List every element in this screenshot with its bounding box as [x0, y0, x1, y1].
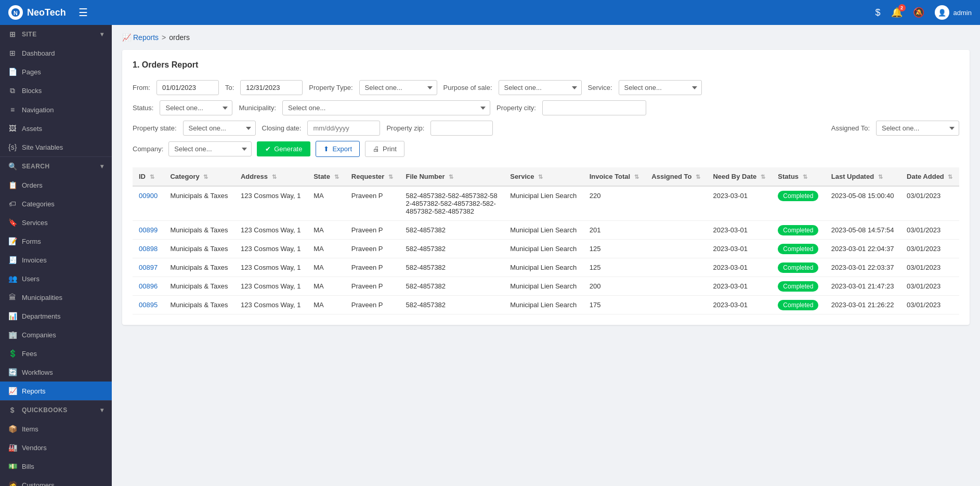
sidebar-item-companies[interactable]: 🏢 Companies	[0, 325, 112, 344]
order-link[interactable]: 00900	[139, 192, 158, 200]
property-state-select[interactable]: Select one...	[183, 121, 256, 136]
from-label: From:	[133, 84, 150, 91]
sidebar-quickbooks-header[interactable]: $ Quickbooks ▾	[0, 401, 112, 419]
sidebar-item-municipalities[interactable]: 🏛 Municipalities	[0, 288, 112, 307]
cell-date-added: 03/01/2023	[900, 296, 959, 314]
sidebar-bills-label: Bills	[22, 463, 103, 470]
cell-state: MA	[307, 296, 345, 314]
fees-icon: 💲	[8, 349, 17, 358]
to-date-input[interactable]	[240, 80, 303, 95]
export-button[interactable]: ⬆ Export	[316, 141, 360, 157]
cell-requester: Praveen P	[345, 258, 400, 277]
col-requester[interactable]: Requester ⇅	[345, 167, 400, 186]
col-need-by-date[interactable]: Need By Date ⇅	[707, 167, 772, 186]
orders-icon: 📋	[8, 181, 17, 189]
col-invoice-total[interactable]: Invoice Total ⇅	[583, 167, 646, 186]
print-button[interactable]: 🖨 Print	[365, 141, 404, 157]
sidebar-item-departments[interactable]: 📊 Departments	[0, 307, 112, 325]
col-date-added[interactable]: Date Added ⇅	[900, 167, 959, 186]
order-link[interactable]: 00898	[139, 245, 158, 253]
cell-category: Municipals & Taxes	[164, 277, 234, 296]
user-label: admin	[953, 9, 972, 17]
col-status-sort-icon: ⇅	[803, 174, 807, 180]
navigation-icon: ≡	[8, 106, 17, 114]
assigned-to-select[interactable]: Select one...	[876, 121, 959, 136]
col-file-number[interactable]: File Number ⇅	[399, 167, 504, 186]
from-date-input[interactable]	[156, 80, 219, 95]
sidebar-item-dashboard[interactable]: ⊞ Dashboard	[0, 44, 112, 62]
col-id[interactable]: ID ⇅	[133, 167, 164, 186]
sidebar-item-navigation[interactable]: ≡ Navigation	[0, 100, 112, 119]
sidebar-item-reports[interactable]: 📈 Reports	[0, 382, 112, 400]
col-last-updated[interactable]: Last Updated ⇅	[825, 167, 900, 186]
user-menu[interactable]: 👤 admin	[935, 5, 972, 20]
cell-category: Municipals & Taxes	[164, 258, 234, 277]
bills-icon: 💵	[8, 462, 17, 470]
sidebar-vendors-label: Vendors	[22, 444, 103, 452]
sidebar-item-bills[interactable]: 💵 Bills	[0, 457, 112, 476]
sidebar-assets-label: Assets	[22, 125, 103, 133]
filter-row-3: Property state: Select one... Closing da…	[133, 121, 959, 136]
sidebar-item-services[interactable]: 🔖 Services	[0, 213, 112, 232]
sidebar-item-pages[interactable]: 📄 Pages	[0, 62, 112, 81]
sidebar-item-invoices[interactable]: 🧾 Invoices	[0, 251, 112, 269]
col-state[interactable]: State ⇅	[307, 167, 345, 186]
notification-bell-icon[interactable]: 🔔 2	[891, 7, 903, 18]
col-address[interactable]: Address ⇅	[234, 167, 307, 186]
municipality-label: Municipality:	[239, 104, 276, 112]
service-label: Service:	[588, 84, 612, 91]
cell-service: Municipal Lien Search	[504, 258, 583, 277]
municipality-select[interactable]: Select one...	[282, 100, 490, 115]
cell-invoice-total: 175	[583, 296, 646, 314]
order-link[interactable]: 00895	[139, 301, 158, 309]
col-service[interactable]: Service ⇅	[504, 167, 583, 186]
sidebar-item-items[interactable]: 📦 Items	[0, 419, 112, 438]
col-service-sort-icon: ⇅	[538, 174, 543, 180]
alert-icon[interactable]: 🔕	[913, 7, 924, 18]
sidebar-item-site-variables[interactable]: {s} Site Variables	[0, 138, 112, 156]
cell-state: MA	[307, 277, 345, 296]
generate-button[interactable]: ✔ Generate	[257, 141, 310, 156]
cell-last-updated: 2023-03-01 22:03:37	[825, 258, 900, 277]
sidebar-item-assets[interactable]: 🖼 Assets	[0, 119, 112, 138]
site-icon: ⊞	[8, 30, 17, 38]
closing-date-input[interactable]	[307, 121, 380, 136]
service-select[interactable]: Select one...	[619, 80, 702, 95]
cell-category: Municipals & Taxes	[164, 296, 234, 314]
sidebar-fees-label: Fees	[22, 350, 103, 358]
hamburger-icon[interactable]: ☰	[79, 6, 88, 19]
sidebar-forms-label: Forms	[22, 238, 103, 245]
sidebar-item-fees[interactable]: 💲 Fees	[0, 344, 112, 363]
order-link[interactable]: 00899	[139, 226, 158, 234]
sidebar-item-workflows[interactable]: 🔄 Workflows	[0, 363, 112, 382]
property-type-select[interactable]: Select one...	[359, 80, 437, 95]
table-row: 00898 Municipals & Taxes 123 Cosmos Way,…	[133, 240, 959, 258]
sidebar-site-header[interactable]: ⊞ Site ▾	[0, 25, 112, 44]
property-city-input[interactable]	[542, 100, 646, 115]
col-assigned-to[interactable]: Assigned To ⇅	[645, 167, 707, 186]
sidebar-navigation-label: Navigation	[22, 106, 103, 114]
sidebar-item-blocks[interactable]: ⧉ Blocks	[0, 81, 112, 100]
status-select[interactable]: Select one...	[160, 100, 232, 115]
order-link[interactable]: 00897	[139, 264, 158, 271]
sidebar-item-vendors[interactable]: 🏭 Vendors	[0, 438, 112, 457]
breadcrumb-link[interactable]: 📈 Reports	[122, 33, 159, 42]
cell-assigned-to	[645, 186, 707, 221]
sidebar-item-orders[interactable]: 📋 Orders	[0, 176, 112, 194]
col-category[interactable]: Category ⇅	[164, 167, 234, 186]
quickbooks-icon: $	[8, 406, 17, 414]
company-select[interactable]: Select one...	[168, 141, 252, 156]
sidebar-item-forms[interactable]: 📝 Forms	[0, 232, 112, 251]
cell-file-number: 582-4857382-582-4857382-582-4857382-582-…	[399, 186, 504, 221]
order-link[interactable]: 00896	[139, 282, 158, 290]
sidebar-item-users[interactable]: 👥 Users	[0, 269, 112, 288]
col-status[interactable]: Status ⇅	[772, 167, 825, 186]
dollar-icon[interactable]: $	[876, 7, 881, 18]
sidebar-item-customers[interactable]: 🧑 Customers	[0, 476, 112, 486]
sidebar-search-header[interactable]: 🔍 Search ▾	[0, 157, 112, 176]
sidebar-item-categories[interactable]: 🏷 Categories	[0, 194, 112, 213]
cell-id: 00896	[133, 277, 164, 296]
property-zip-input[interactable]	[430, 121, 493, 136]
site-variables-icon: {s}	[8, 143, 17, 151]
purpose-of-sale-select[interactable]: Select one...	[499, 80, 582, 95]
